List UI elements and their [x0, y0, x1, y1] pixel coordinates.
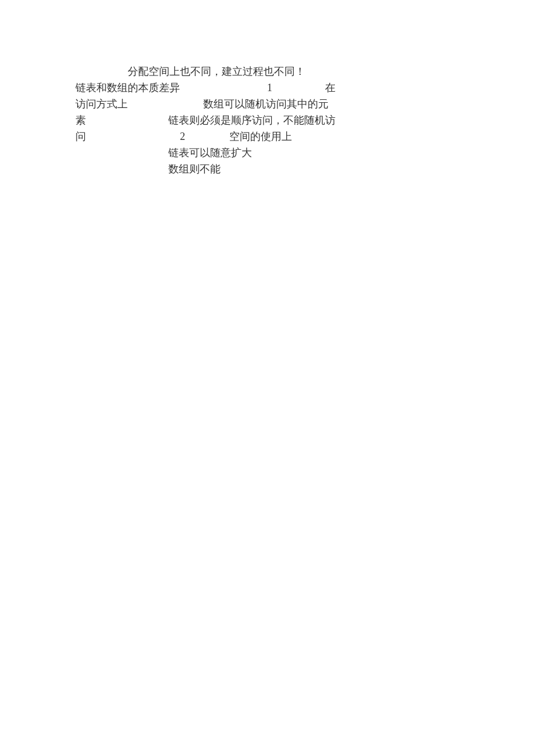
document-page: 分配空间上也不同，建立过程也不同！ 链表和数组的本质差异 1 在 访问方式上 数… [0, 0, 534, 756]
line-text: 链表可以随意扩大 [168, 145, 252, 161]
line-text-b: 链表则必须是顺序访问，不能随机访 [168, 113, 335, 128]
text-line-6: 链表可以随意扩大 [75, 145, 366, 161]
line-text-a: 素 [75, 113, 86, 128]
line-text-a: 链表和数组的本质差异 [75, 80, 180, 96]
line-text: 分配空间上也不同，建立过程也不同！ [128, 66, 305, 77]
line-text: 数组则不能 [168, 161, 221, 177]
line-text-c: 空间的使用上 [229, 129, 292, 145]
line-text-b: 数组可以随机访问其中的元 [203, 96, 329, 112]
text-block: 分配空间上也不同，建立过程也不同！ 链表和数组的本质差异 1 在 访问方式上 数… [75, 64, 366, 178]
text-line-7: 数组则不能 [75, 161, 366, 178]
line-text-b: 1 [267, 80, 272, 96]
line-text-a: 访问方式上 [75, 96, 128, 112]
line-text-b: 2 [180, 129, 185, 145]
text-line-4: 素 链表则必须是顺序访问，不能随机访 [75, 113, 366, 129]
text-line-5: 问 2 空间的使用上 [75, 129, 366, 145]
text-line-2: 链表和数组的本质差异 1 在 [75, 80, 366, 96]
text-line-3: 访问方式上 数组可以随机访问其中的元 [75, 96, 366, 113]
line-text-c: 在 [325, 80, 335, 96]
line-text-a: 问 [75, 129, 86, 145]
text-line-1: 分配空间上也不同，建立过程也不同！ [75, 64, 366, 80]
